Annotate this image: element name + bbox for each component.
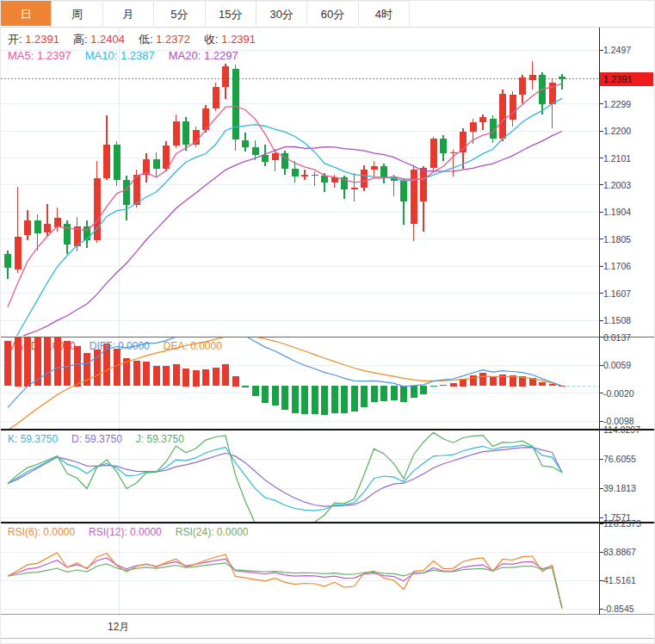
price-axis-label: 1.1508	[603, 315, 631, 325]
price-axis-label: 1.2497	[603, 45, 631, 55]
tab-4hour[interactable]: 4时	[359, 1, 410, 26]
period-toolbar: 日 周 月 5分 15分 30分 60分 4时	[1, 1, 655, 28]
rsi-axis-label: 41.5161	[603, 575, 636, 585]
current-price-badge: 1.2391	[600, 72, 653, 86]
kdj-axis-label: 39.1813	[603, 483, 636, 493]
rsi-axis-label: 83.8867	[603, 547, 636, 557]
chart-canvas[interactable]	[1, 1, 655, 644]
price-axis-label: 1.2200	[603, 126, 631, 136]
price-axis-label: 1.1805	[603, 234, 631, 245]
macd-axis-label: -0.0020	[603, 388, 634, 399]
macd-axis-label: 0.0059	[603, 360, 631, 370]
tab-5min[interactable]: 5分	[154, 1, 205, 26]
tab-30min[interactable]: 30分	[256, 1, 307, 26]
time-axis	[1, 615, 655, 638]
tab-15min[interactable]: 15分	[206, 1, 256, 26]
kdj-axis-label: 76.6055	[603, 454, 636, 464]
toolbar-filler	[410, 1, 655, 27]
tab-60min[interactable]: 60分	[307, 1, 358, 26]
tab-day[interactable]: 日	[1, 1, 52, 26]
price-axis-label: 1.1607	[603, 288, 631, 299]
kline-chart-app: 日 周 月 5分 15分 30分 60分 4时 开: 1.2391 高: 1.2…	[0, 0, 655, 644]
price-axis-label: 1.2299	[603, 99, 631, 109]
price-axis-label: 1.1706	[603, 261, 631, 271]
time-axis-month-label: 12月	[108, 620, 129, 635]
price-axis-label: 1.2101	[603, 153, 631, 164]
rsi-axis-label: 126.2573	[603, 518, 641, 529]
price-axis-label: 1.1904	[603, 207, 631, 217]
macd-axis-label: 0.0137	[603, 332, 631, 343]
kdj-axis-label: 114.0297	[603, 424, 640, 435]
rsi-axis-label: -0.8545	[603, 604, 634, 614]
tab-month[interactable]: 月	[103, 1, 154, 26]
tab-week[interactable]: 周	[52, 1, 102, 26]
price-axis-label: 1.2003	[603, 180, 631, 190]
